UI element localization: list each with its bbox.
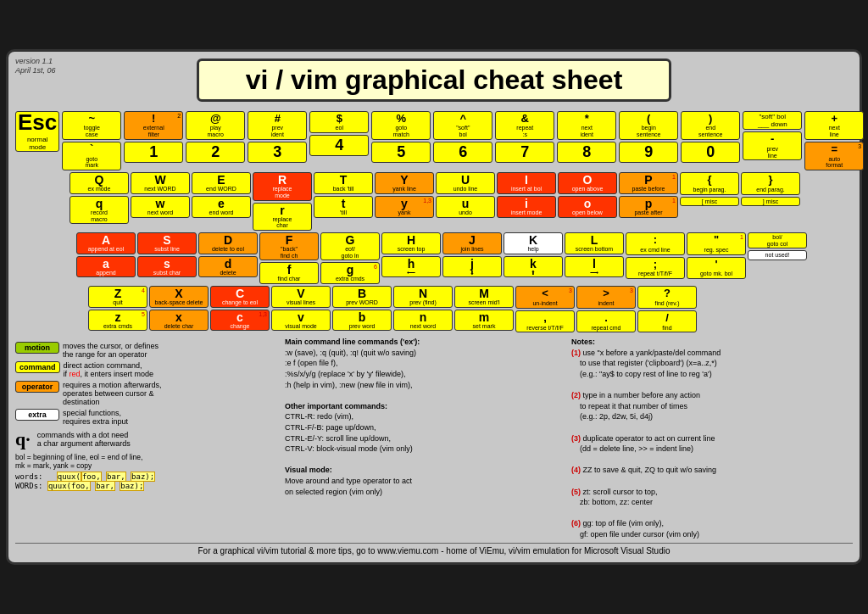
key-d: ddelete	[198, 256, 258, 278]
key-V: Vvisual lines	[271, 286, 331, 308]
key-9: 9	[619, 142, 678, 163]
key-z: 5 zextra cmds	[88, 310, 147, 332]
key-g: 6 gextra cmds	[320, 262, 380, 284]
key-S: Ssubst line	[137, 232, 197, 254]
version-info: version 1.1 April 1st, 06	[15, 57, 56, 76]
key-lparen: (beginsentence	[619, 111, 678, 140]
key-lbrace: {begin parag.	[680, 172, 739, 195]
key-x: xdelete char	[149, 310, 209, 332]
key-c: 1,3 cchange	[210, 310, 270, 332]
key-L: Lscreen bottom	[565, 232, 624, 254]
key-b: bprev word	[332, 310, 392, 332]
key-dollar: $eol	[309, 111, 369, 134]
words-caps-line: WORDs: quux(foo, bar, baz);	[15, 482, 278, 490]
key-pipe: bol/goto col	[748, 232, 807, 248]
key-apostrophe: 'goto mk. bol	[687, 257, 746, 280]
key-colon: :ex cmd line	[626, 232, 685, 255]
key-6: 6	[433, 142, 492, 163]
key-dot: .repeat cmd	[576, 310, 636, 333]
commands-section: Main command line commands ('ex'): :w (s…	[285, 337, 565, 539]
key-B: Bprev WORD	[332, 286, 392, 308]
legend-extra: extra	[15, 409, 59, 421]
key-plus: +nextline	[804, 111, 864, 140]
key-F: F"back"find ch	[259, 232, 319, 260]
key-o: oopen below	[558, 196, 617, 218]
key-v: vvisual mode	[271, 310, 331, 332]
key-J: Jjoin lines	[442, 232, 502, 254]
key-N: Nprev (find)	[393, 286, 453, 308]
key-comma: ,reverse t/T/f/F	[515, 310, 575, 333]
bol-note: bol = beginning of line, eol = end of li…	[15, 453, 278, 470]
key-a: aappend	[76, 256, 136, 278]
legend-dot-q: q·	[15, 428, 31, 450]
key-E: Eend WORD	[192, 172, 251, 194]
key-question: ?find (rev.)	[637, 286, 697, 309]
key-C: Cchange to eol	[210, 286, 270, 308]
key-f: ffind char	[259, 262, 319, 284]
key-tilde: ~togglecase	[62, 111, 121, 140]
key-rbrace2: ] misc	[741, 197, 800, 207]
legend-operator: operator	[15, 381, 59, 393]
key-slash: /find	[637, 310, 697, 333]
key-lt: 3 <un-indent	[515, 286, 575, 309]
legend-command: command	[15, 361, 60, 373]
notes-section: Notes: (1) use "x before a yank/paste/de…	[571, 337, 853, 539]
key-K: Khelp	[504, 232, 563, 254]
key-softbol: "soft" bol___ down	[743, 111, 802, 130]
key-Q: Qex mode	[70, 172, 129, 194]
key-t: t'till	[314, 196, 373, 218]
key-k: k⬆	[504, 256, 563, 278]
key-A: Aappend at eol	[76, 232, 136, 254]
key-0: 0	[681, 142, 740, 163]
key-star: *nextident	[557, 111, 616, 140]
key-e: eend word	[192, 196, 251, 218]
key-Z: 4 Zquit	[88, 286, 147, 308]
key-1: 1	[124, 142, 183, 163]
key-H: Hscreen top	[381, 232, 441, 254]
key-h: h⟵	[381, 256, 441, 278]
words-line: words: quux(foo, bar, baz);	[15, 472, 278, 481]
key-backtick: `gotomark	[62, 142, 121, 170]
key-5: 5	[371, 142, 431, 163]
key-i: iinsert mode	[497, 196, 556, 218]
key-lbrace2: [ misc	[680, 197, 739, 207]
key-7: 7	[495, 142, 554, 163]
key-l: l⟶	[565, 256, 624, 278]
key-2: 2	[186, 142, 245, 163]
key-8: 8	[557, 142, 616, 163]
key-y: 1,3 yyank	[375, 196, 434, 218]
key-G: Geof/goto ln	[320, 232, 380, 260]
key-at: @playmacro	[186, 111, 245, 140]
key-q: qrecordmacro	[70, 196, 129, 224]
esc-key: Esc normal mode	[15, 111, 59, 152]
key-s: ssubst char	[137, 256, 197, 278]
key-4: 4	[309, 135, 369, 156]
key-hash: #prevident	[248, 111, 307, 140]
key-3: 3	[248, 142, 307, 163]
key-Y: Yyank line	[375, 172, 434, 194]
key-n: nnext word	[393, 310, 453, 332]
key-percent: %gotomatch	[371, 111, 431, 140]
key-rparen: )endsentence	[681, 111, 740, 140]
footer: For a graphical vi/vim tutorial & more t…	[15, 543, 853, 555]
key-amp: &repeat:s	[495, 111, 554, 140]
key-w: wnext word	[131, 196, 190, 218]
key-semicolon: ;repeat t/T/f/F	[626, 257, 685, 280]
key-U: Uundo line	[436, 172, 495, 194]
key-T: Tback 'till	[314, 172, 373, 194]
key-R: Rreplacemode	[253, 172, 312, 200]
key-M: Mscreen mid'l	[454, 286, 514, 308]
key-j: j⬇	[442, 256, 502, 278]
key-D: Ddelete to eol	[198, 232, 258, 254]
title-box: vi / vim graphical cheat sheet	[197, 59, 671, 102]
key-u: uundo	[436, 196, 495, 218]
key-minus: -prevline	[743, 131, 802, 160]
page-title: vi / vim graphical cheat sheet	[208, 64, 660, 96]
key-gt: 3 >indent	[576, 286, 636, 309]
key-I: Iinsert at bol	[497, 172, 556, 194]
key-quote: 1 "reg. spec	[687, 232, 746, 255]
key-equal: 3 =autoformat	[804, 142, 864, 170]
legend: motion moves the cursor, or definesthe r…	[15, 342, 278, 450]
key-backslash: not used!	[748, 250, 807, 260]
key-m: mset mark	[454, 310, 514, 332]
